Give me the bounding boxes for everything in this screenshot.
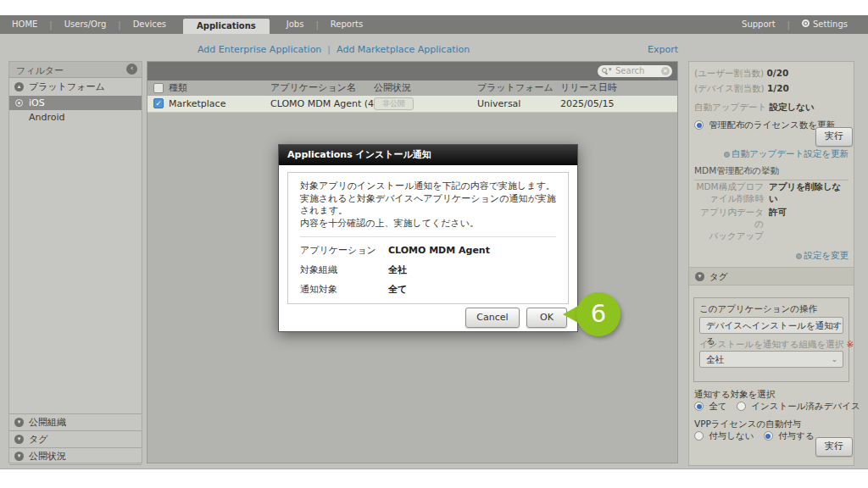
operation-select[interactable]: デバイスへインストールを通知する ⌄ (699, 317, 843, 334)
profile-delete-row: MDM構成プロファイル削除時 アプリを削除しない (694, 180, 850, 204)
application-operation-box: このアプリケーションの操作 デバイスへインストールを通知する ⌄ インストールを… (693, 297, 849, 382)
filter-sidebar: フィルター ‹ ▴ プラットフォーム iOS Android ▾ 公開組織 ▾ … (8, 61, 142, 463)
step-annotation-badge: 6 (576, 292, 620, 336)
required-mark: ※ (847, 339, 854, 349)
notify-target-label: 通知する対象を選択 (694, 389, 775, 401)
chevron-down-icon: ▾ (695, 272, 704, 281)
select-all-checkbox[interactable] (153, 83, 164, 93)
nav-jobs[interactable]: Jobs (275, 15, 316, 34)
modal-detail-row: 対象組織全社 (300, 264, 556, 276)
column-header[interactable]: アプリケーション名 (270, 80, 356, 96)
user-quota: (ユーザー割当数) 0/20 (694, 68, 788, 80)
sidebar-section-public-status[interactable]: ▾ 公開状況 (9, 447, 142, 465)
modal-title-bar: Applications インストール通知 (279, 145, 577, 165)
notify-target-radios: 全て インストール済みデバイス (694, 401, 860, 413)
clomo-admin-screen: HOME | Users/Org | Devices Applications … (0, 0, 868, 488)
autoupdate-setting: 自動アップデート 設定しない (694, 102, 815, 114)
select-chevron-icon: ⌄ (831, 318, 837, 333)
section-label: タグ (29, 431, 48, 447)
nav-users-org[interactable]: Users/Org (53, 15, 119, 34)
nav-tab-applications-active[interactable]: Applications (183, 19, 270, 34)
nav-settings[interactable]: Settings (790, 15, 860, 34)
sidebar-section-platform[interactable]: ▴ プラットフォーム (9, 80, 142, 94)
radio-selected-icon[interactable] (764, 431, 773, 441)
modal-intro-line: 対象アプリのインストール通知を下記の内容で実施します。 (300, 180, 556, 193)
sidebar-item-android[interactable]: Android (9, 110, 142, 125)
appdata-backup-row: アプリ内データのバックアップ 許可 (694, 206, 850, 241)
radio-selected-icon[interactable] (694, 402, 704, 411)
search-icon (602, 68, 607, 73)
column-header[interactable]: リリース日時 (560, 80, 617, 96)
organization-select[interactable]: 全社 ⌄ (699, 351, 843, 368)
column-header[interactable]: 種類 (169, 80, 187, 96)
modal-detail-row: VPPライセンスの自動付与付与する (300, 303, 556, 304)
vpp-radios: 付与しない 付与する (694, 430, 815, 442)
change-settings-link[interactable]: 設定を変更 (796, 250, 849, 262)
org-select-label: インストールを通知する組織を選択 ※ (699, 339, 854, 351)
modal-detail-row: アプリケーションCLOMO MDM Agent (300, 245, 556, 257)
radio-unselected-icon[interactable] (737, 402, 746, 411)
search-input[interactable]: ▾ Search ✕ (598, 65, 672, 77)
nav-support[interactable]: Support (730, 15, 787, 34)
nav-home[interactable]: HOME (0, 15, 49, 34)
ok-button[interactable]: OK (526, 308, 567, 328)
add-enterprise-application-link[interactable]: Add Enterprise Application (198, 44, 321, 55)
cell-type: Marketplace (169, 96, 225, 112)
sidebar-section-public-org[interactable]: ▾ 公開組織 (9, 413, 142, 430)
platform-option-label: iOS (29, 96, 45, 110)
modal-intro-line: 実施されると対象デバイスへアプリケーションの通知が実施されます。 (300, 193, 556, 218)
section-label: 公開組織 (29, 414, 66, 430)
execute-license-update-button[interactable]: 実行 (815, 127, 853, 147)
export-link[interactable]: Export (648, 44, 678, 55)
clear-search-icon[interactable]: ✕ (661, 67, 670, 75)
table-row[interactable]: ✓ Marketplace CLOMO MDM Agent (4.4.0) 非公… (147, 96, 677, 113)
app-detail-panel: (ユーザー割当数) 0/20 (デバイス割当数) 1/20 自動アップデート 設… (688, 61, 854, 466)
column-header[interactable]: プラットフォーム (477, 80, 554, 96)
sidebar-item-ios-selected[interactable]: iOS (9, 96, 142, 110)
sidebar-section-tags[interactable]: ▾ タグ (9, 430, 142, 447)
radio-selected-icon[interactable] (694, 120, 704, 130)
autoupdate-settings-link[interactable]: 自動アップデート設定を更新 (724, 148, 849, 160)
status-badge: 非公開 (374, 97, 414, 110)
cancel-button[interactable]: Cancel (465, 308, 520, 328)
selected-target-icon (15, 99, 23, 107)
nav-right-group: Support | Settings (730, 15, 860, 34)
modal-divider (300, 236, 556, 237)
step-number: 6 (576, 299, 620, 328)
vpp-label: VPPライセンスの自動付与 (694, 419, 801, 430)
mdm-section-header: MDM管理配布の挙動 (694, 165, 849, 180)
search-placeholder: Search (615, 66, 644, 75)
row-checkbox-checked[interactable]: ✓ (153, 98, 164, 108)
modal-body: 対象アプリのインストール通知を下記の内容で実施します。 実施されると対象デバイス… (287, 172, 569, 304)
select-chevron-icon: ⌄ (831, 352, 837, 367)
column-header[interactable]: 公開状況 (374, 80, 411, 96)
top-navbar: HOME | Users/Org | Devices Applications … (0, 15, 868, 34)
add-marketplace-application-link[interactable]: Add Marketplace Application (337, 44, 470, 55)
platform-option-label: Android (29, 110, 65, 125)
chevron-down-icon: ▾ (14, 418, 24, 427)
execute-notify-button[interactable]: 実行 (815, 437, 853, 457)
cell-release-date: 2025/05/15 (560, 96, 614, 112)
search-scope-caret-icon[interactable]: ▾ (609, 66, 612, 73)
platform-section-label: プラットフォーム (29, 80, 105, 94)
chevron-down-icon: ▾ (14, 435, 24, 444)
nav-devices[interactable]: Devices (121, 15, 178, 34)
collapse-left-icon[interactable]: ‹ (126, 64, 137, 75)
device-quota: (デバイス割当数) 1/20 (694, 83, 789, 95)
operation-title: このアプリケーションの操作 (699, 303, 817, 315)
cell-platform: Universal (477, 96, 520, 112)
link-bullet-icon (724, 152, 730, 158)
link-separator: | (327, 44, 331, 55)
license-update-radio-row[interactable]: 管理配布のライセンス数を更新 (694, 119, 835, 131)
radio-unselected-icon[interactable] (694, 431, 704, 441)
nav-reports[interactable]: Reports (319, 15, 375, 34)
gear-icon (802, 19, 810, 27)
section-label: 公開状況 (29, 448, 66, 464)
modal-intro-line: 内容を十分確認の上、実施してください。 (300, 218, 556, 230)
filter-header: フィルター ‹ (9, 62, 142, 78)
modal-detail-row: 通知対象全て (300, 284, 556, 296)
filter-title: フィルター (16, 64, 64, 77)
table-header-row: 種類 アプリケーション名 公開状況 プラットフォーム リリース日時 (147, 80, 677, 97)
tag-section-header[interactable]: ▾ タグ (689, 267, 854, 286)
chevron-down-icon: ▾ (14, 452, 24, 461)
